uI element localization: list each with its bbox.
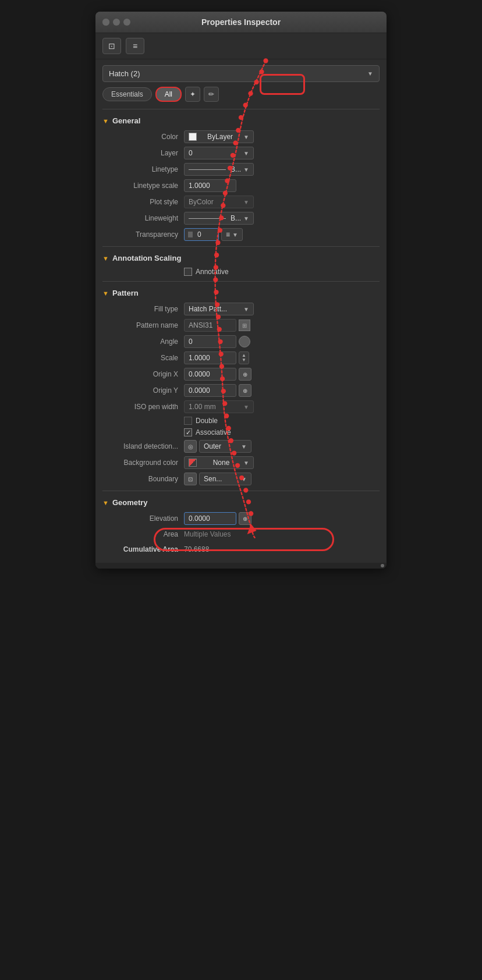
annotative-checkbox[interactable]	[184, 268, 192, 276]
double-row: Double	[102, 415, 380, 427]
lineweight-caret: ▼	[243, 215, 249, 222]
pattern-icon-button[interactable]: ⊞	[239, 319, 250, 331]
scale-input[interactable]: 1.0000	[184, 351, 236, 364]
lineweight-value: B... ▼	[184, 212, 380, 225]
island-detection-row: Island detection... ◎ Outer ▼	[102, 438, 380, 455]
pattern-section-header[interactable]: ▼ Pattern	[102, 285, 380, 301]
origin-x-input[interactable]: 0.0000	[184, 368, 236, 381]
cumulative-area-label: Cumulative Area	[102, 545, 184, 553]
spin-down: ▼	[242, 358, 246, 363]
linetype-dropdown[interactable]: B... ▼	[184, 163, 254, 176]
general-title: General	[112, 116, 140, 125]
bg-color-label: Background color	[102, 459, 184, 467]
dropdown-caret: ▼	[367, 70, 373, 77]
island-icon-button[interactable]: ◎	[184, 440, 197, 453]
transparency-dropdown[interactable]: ≡ ▼	[221, 228, 243, 241]
bg-color-dropdown[interactable]: None ▼	[184, 456, 254, 469]
divider-1	[102, 109, 380, 109]
properties-inspector-panel: Properties Inspector ⊡ ≡ Hatch (2) ▼ Ess…	[95, 12, 387, 569]
transp-icon: ≡	[226, 230, 230, 239]
linetype-caret: ▼	[243, 166, 249, 173]
iso-pen-dropdown[interactable]: 1.00 mm ▼	[184, 400, 254, 413]
lineweight-label: Lineweight	[102, 214, 184, 222]
elevation-button[interactable]: ⊕	[239, 512, 251, 525]
boundary-dropdown[interactable]: Sen... ▼	[199, 473, 251, 485]
origin-x-value: 0.0000 ⊕	[184, 368, 380, 381]
elevation-icon: ⊕	[243, 516, 247, 522]
angle-value: 0	[184, 335, 380, 348]
pattern-arrow: ▼	[102, 290, 109, 297]
crosshair-y-icon: ⊕	[243, 388, 247, 394]
layers-button[interactable]: ≡	[126, 38, 144, 54]
divider-4	[102, 491, 380, 491]
plot-style-text: ByColor	[189, 198, 214, 206]
origin-y-button[interactable]: ⊕	[239, 384, 251, 397]
customize-button[interactable]: ✏	[204, 87, 219, 102]
pattern-name-label: Pattern name	[102, 321, 184, 329]
origin-x-row: Origin X 0.0000 ⊕	[102, 366, 380, 382]
scale-row: Scale 1.0000 ▲ ▼	[102, 350, 380, 366]
plot-style-value: ByColor ▼	[184, 196, 380, 208]
pattern-icon-symbol: ⊞	[242, 322, 247, 329]
crosshair-icon: ⊕	[243, 371, 247, 378]
scrollbar[interactable]	[95, 563, 387, 569]
color-row: Color ByLayer ▼	[102, 129, 380, 145]
angle-circle-button[interactable]	[239, 336, 250, 347]
transparency-input[interactable]: 0	[184, 228, 219, 241]
scrollbar-thumb[interactable]	[381, 564, 384, 567]
plot-style-label: Plot style	[102, 198, 184, 206]
all-button[interactable]: All	[155, 87, 182, 102]
linetype-value: B... ▼	[184, 163, 380, 176]
essentials-button[interactable]: Essentials	[102, 87, 152, 101]
plot-style-dropdown[interactable]: ByColor ▼	[184, 196, 254, 208]
layer-label: Layer	[102, 149, 184, 157]
layers-icon: ≡	[133, 41, 137, 51]
color-value: ByLayer ▼	[184, 130, 380, 143]
associative-checkbox-item: ✓ Associative	[184, 428, 231, 436]
general-section-header[interactable]: ▼ General	[102, 113, 380, 129]
object-type-dropdown[interactable]: Hatch (2) ▼	[102, 65, 380, 82]
elevation-row: Elevation 0.0000 ⊕	[102, 510, 380, 527]
elevation-value: 0.0000 ⊕	[184, 512, 380, 525]
origin-y-input[interactable]: 0.0000	[184, 384, 236, 397]
linetype-text: B...	[231, 165, 241, 173]
fill-type-caret: ▼	[243, 306, 249, 313]
area-row: Area Multiple Values	[102, 527, 380, 542]
color-label: Color	[102, 133, 184, 141]
cumulative-area-text: 70.6688	[184, 545, 209, 553]
bg-color-row: Background color None ▼	[102, 455, 380, 471]
boundary-icon-button[interactable]: ⊡	[184, 473, 197, 485]
scale-spinner[interactable]: ▲ ▼	[239, 351, 249, 364]
associative-checkbox[interactable]: ✓	[184, 428, 192, 436]
annotation-arrow: ▼	[102, 255, 109, 262]
fill-type-label: Fill type	[102, 305, 184, 313]
pattern-name-input[interactable]: ANSI31	[184, 319, 236, 332]
annotation-scaling-header[interactable]: ▼ Annotation Scaling	[102, 250, 380, 266]
fill-type-dropdown[interactable]: Hatch Patt... ▼	[184, 303, 254, 315]
area-label: Area	[102, 530, 184, 538]
island-detection-value: ◎ Outer ▼	[184, 440, 380, 453]
scale-value: 1.0000 ▲ ▼	[184, 351, 380, 364]
transparency-label: Transparency	[102, 230, 184, 239]
layer-text: 0	[189, 149, 193, 157]
geometry-arrow: ▼	[102, 499, 109, 506]
color-dropdown[interactable]: ByLayer ▼	[184, 130, 254, 143]
cumulative-area-value: 70.6688	[184, 545, 380, 553]
select-objects-button[interactable]: ⊡	[102, 38, 121, 54]
iso-pen-row: ISO pen width 1.00 mm ▼	[102, 399, 380, 415]
annotative-label: Annotative	[196, 268, 229, 276]
double-checkbox[interactable]	[184, 417, 192, 425]
layer-dropdown[interactable]: 0 ▼	[184, 147, 254, 159]
boundary-row: Boundary ⊡ Sen... ▼	[102, 471, 380, 487]
lineweight-dropdown[interactable]: B... ▼	[184, 212, 254, 225]
pattern-title: Pattern	[112, 289, 139, 297]
geometry-section-header[interactable]: ▼ Geometry	[102, 495, 380, 510]
origin-x-button[interactable]: ⊕	[239, 368, 251, 381]
properties-filter-button[interactable]: ✦	[185, 87, 200, 102]
island-detection-label: Island detection...	[102, 442, 184, 450]
color-caret: ▼	[243, 134, 249, 140]
island-detection-dropdown[interactable]: Outer ▼	[199, 440, 251, 453]
angle-input[interactable]: 0	[184, 335, 236, 348]
linetype-scale-input[interactable]: 1.0000	[184, 179, 236, 192]
elevation-input[interactable]: 0.0000	[184, 512, 236, 525]
